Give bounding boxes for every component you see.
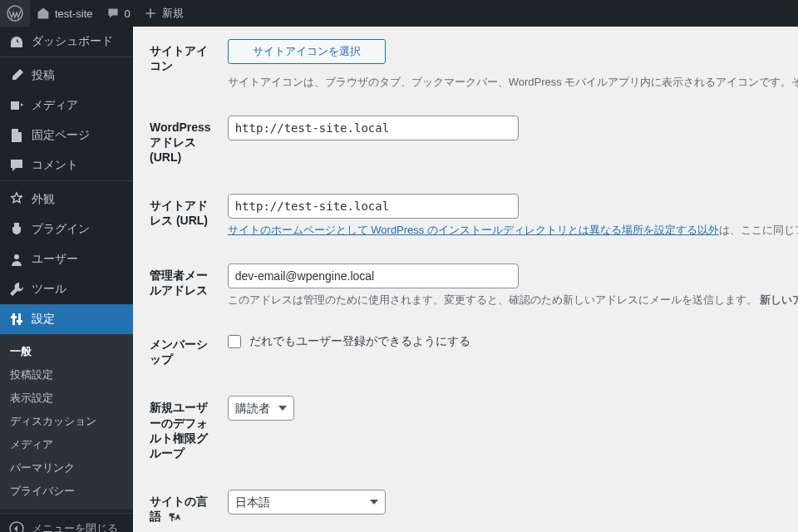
new-label: 新規 xyxy=(162,6,184,21)
label-site-icon: サイトアイコン xyxy=(150,27,219,103)
submenu-item[interactable]: 投稿設定 xyxy=(0,363,133,387)
settings-icon xyxy=(8,311,25,328)
comments-icon xyxy=(8,157,25,174)
menu-label: ツール xyxy=(32,282,66,297)
submenu-item[interactable]: 表示設定 xyxy=(0,387,133,410)
submenu-item[interactable]: パーマリンク xyxy=(0,456,133,480)
label-default-role: 新規ユーザーのデフォルト権限グループ xyxy=(150,383,219,477)
appearance-icon xyxy=(8,191,25,208)
plugins-icon xyxy=(8,221,25,238)
menu-item-users[interactable]: ユーザー xyxy=(0,244,133,274)
admin-email-desc-b: 新しいアドレスは確認が完了するまで xyxy=(760,293,798,306)
media-icon xyxy=(8,97,25,114)
siteurl-input[interactable] xyxy=(228,194,519,219)
site-icon-select-button[interactable]: サイトアイコンを選択 xyxy=(228,39,386,64)
submenu-item[interactable]: メディア xyxy=(0,433,133,456)
menu-label: 設定 xyxy=(32,312,55,327)
wpurl-input[interactable] xyxy=(228,116,519,140)
default-role-select[interactable]: 購読者 xyxy=(228,396,294,421)
admin-email-input[interactable] xyxy=(228,264,519,288)
menu-label: 外観 xyxy=(32,192,55,207)
collapse-icon xyxy=(8,520,25,532)
svg-rect-5 xyxy=(17,320,22,323)
membership-checkbox-text: だれでもユーザー登録ができるようにする xyxy=(249,334,470,347)
comments-count: 0 xyxy=(125,7,131,20)
menu-label: ダッシュボード xyxy=(32,34,113,49)
menu-item-appearance[interactable]: 外観 xyxy=(0,185,133,214)
site-icon-desc: サイトアイコンは、ブラウザのタブ、ブックマークバー、WordPress モバイル… xyxy=(228,74,798,91)
admin-menu: ダッシュボード投稿メディア固定ページコメント外観プラグインユーザーツール設定一般… xyxy=(0,27,133,532)
menu-item-settings[interactable]: 設定 xyxy=(0,304,133,334)
menu-item-posts[interactable]: 投稿 xyxy=(0,61,133,91)
toolbar-new[interactable]: 新規 xyxy=(137,0,190,27)
submenu-item[interactable]: 一般 xyxy=(0,340,133,363)
menu-label: プラグイン xyxy=(32,222,90,237)
content-wrap: サイトアイコン サイトアイコンを選択 サイトアイコンは、ブラウザのタブ、ブックマ… xyxy=(133,0,798,532)
menu-item-comments[interactable]: コメント xyxy=(0,150,133,180)
submenu-item[interactable]: ディスカッション xyxy=(0,410,133,433)
tools-icon xyxy=(8,281,25,298)
menu-item-plugins[interactable]: プラグイン xyxy=(0,214,133,244)
toolbar-comments[interactable]: 0 xyxy=(100,0,137,27)
admin-toolbar: test-site 0 新規 xyxy=(0,0,798,27)
membership-checkbox-label[interactable]: だれでもユーザー登録ができるようにする xyxy=(228,334,470,347)
posts-icon xyxy=(8,67,25,84)
menu-item-dashboard[interactable]: ダッシュボード xyxy=(0,27,133,57)
menu-item-pages[interactable]: 固定ページ xyxy=(0,121,133,150)
svg-rect-3 xyxy=(18,313,21,325)
label-membership: メンバーシップ xyxy=(150,320,219,383)
siteurl-after-text: は、ここに同じアドレスを入力してください xyxy=(719,224,798,236)
menu-label: メディア xyxy=(32,98,78,113)
language-select[interactable]: 日本語 xyxy=(228,490,386,515)
admin-email-desc-a: このアドレスは管理のために使用されます。変更すると、確認のため新しいアドレスにメ… xyxy=(228,293,757,306)
pages-icon xyxy=(8,127,25,144)
translate-icon xyxy=(168,511,181,525)
siteurl-help-link[interactable]: サイトのホームページとして WordPress のインストールディレクトリとは異… xyxy=(228,224,719,236)
svg-point-1 xyxy=(14,254,19,259)
label-wpurl: WordPress アドレス (URL) xyxy=(150,103,219,182)
svg-rect-4 xyxy=(11,316,17,318)
menu-label: 固定ページ xyxy=(32,128,90,143)
menu-label: ユーザー xyxy=(32,252,78,267)
menu-label: 投稿 xyxy=(32,68,55,83)
membership-checkbox[interactable] xyxy=(228,335,241,348)
wp-logo[interactable] xyxy=(0,0,30,27)
site-name: test-site xyxy=(55,7,93,20)
dashboard-icon xyxy=(8,33,25,50)
menu-label: コメント xyxy=(32,158,78,173)
svg-rect-2 xyxy=(12,313,15,325)
menu-item-media[interactable]: メディア xyxy=(0,91,133,121)
label-language: サイトの言語 xyxy=(150,477,219,532)
collapse-menu[interactable]: メニューを閉じる xyxy=(0,514,133,532)
toolbar-site-link[interactable]: test-site xyxy=(30,0,100,27)
submenu-item[interactable]: プライバシー xyxy=(0,480,133,503)
users-icon xyxy=(8,251,25,268)
menu-item-tools[interactable]: ツール xyxy=(0,274,133,304)
label-admin-email: 管理者メールアドレス xyxy=(150,251,219,321)
label-siteurl: サイトアドレス (URL) xyxy=(150,181,219,251)
